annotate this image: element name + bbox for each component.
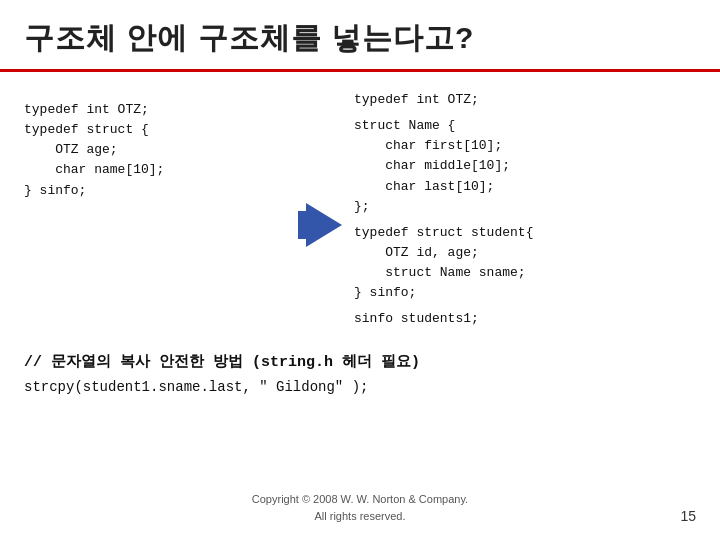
slide-header: 구조체 안에 구조체를 넣는다고? xyxy=(0,0,720,72)
left-code-text: typedef int OTZ; typedef struct { OTZ ag… xyxy=(24,100,294,201)
bottom-section: // 문자열의 복사 안전한 방법 (string.h 헤더 필요) strcp… xyxy=(0,330,720,395)
right-arrow-icon xyxy=(306,203,342,247)
right-struct-block: struct Name { char first[10]; char middl… xyxy=(354,116,696,217)
page-number: 15 xyxy=(680,508,696,524)
arrow-block xyxy=(294,90,354,330)
slide-title: 구조체 안에 구조체를 넣는다고? xyxy=(24,18,696,59)
right-top-line: typedef int OTZ; xyxy=(354,90,696,110)
content-area: typedef int OTZ; typedef struct { OTZ ag… xyxy=(0,72,720,330)
right-sinfo-line: sinfo students1; xyxy=(354,309,696,329)
footer-line2: All rights reserved. xyxy=(314,508,405,525)
slide: 구조체 안에 구조체를 넣는다고? typedef int OTZ; typed… xyxy=(0,0,720,540)
strcpy-line: strcpy(student1.sname.last, " Gildong" )… xyxy=(24,379,696,395)
footer: Copyright © 2008 W. W. Norton & Company.… xyxy=(0,491,720,524)
left-code-block: typedef int OTZ; typedef struct { OTZ ag… xyxy=(24,90,294,330)
comment-line: // 문자열의 복사 안전한 방법 (string.h 헤더 필요) xyxy=(24,352,696,371)
footer-line1: Copyright © 2008 W. W. Norton & Company. xyxy=(252,491,468,508)
right-code-block: typedef int OTZ; struct Name { char firs… xyxy=(354,90,696,330)
right-typedef-block: typedef struct student{ OTZ id, age; str… xyxy=(354,223,696,304)
